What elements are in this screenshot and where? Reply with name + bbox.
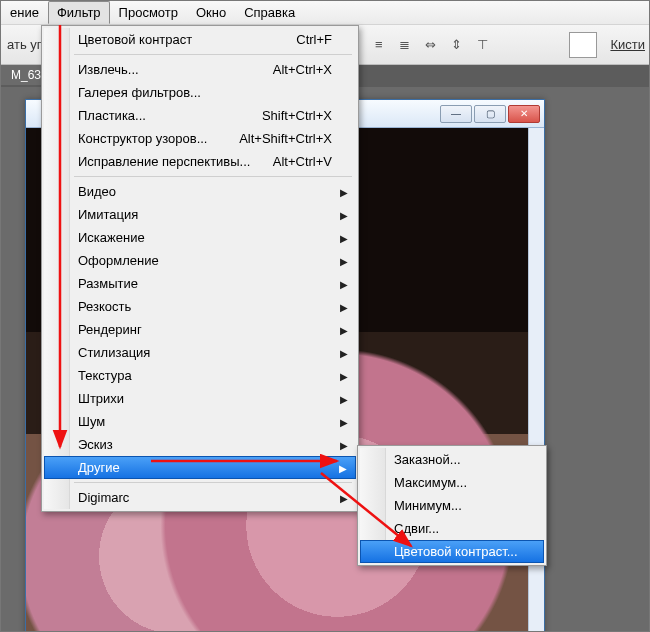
menu-item-цветовой-контраст[interactable]: Цветовой контрастCtrl+F [44,28,356,51]
menu-item-эскиз[interactable]: Эскиз▶ [44,433,356,456]
menu-item-label: Текстура [78,368,332,383]
submenu-arrow-icon: ▶ [340,255,348,266]
align-top-icon[interactable]: ⊤ [472,34,494,56]
submenu-arrow-icon: ▶ [340,347,348,358]
menu-item-label: Конструктор узоров... [78,131,219,146]
submenu-arrow-icon: ▶ [339,462,347,473]
menu-item-оформление[interactable]: Оформление▶ [44,249,356,272]
menu-item-label: Резкость [78,299,332,314]
align-right-icon[interactable]: ≣ [394,34,416,56]
menubar: ениеФильтрПросмотрОкноСправка [1,1,649,25]
submenu-arrow-icon: ▶ [340,232,348,243]
submenu-item-label: Цветовой контраст... [394,544,530,559]
filter-dropdown: Цветовой контрастCtrl+FИзвлечь...Alt+Ctr… [41,25,359,512]
submenu-item-label: Минимум... [394,498,530,513]
submenu-arrow-icon: ▶ [340,370,348,381]
menu-item-пластика-[interactable]: Пластика...Shift+Ctrl+X [44,104,356,127]
menu-item-label: Исправление перспективы... [78,154,253,169]
menu-item-извлечь-[interactable]: Извлечь...Alt+Ctrl+X [44,58,356,81]
submenu-arrow-icon: ▶ [340,301,348,312]
menu-item-видео[interactable]: Видео▶ [44,180,356,203]
distribute-h-icon[interactable]: ⇔ [420,34,442,56]
menu-item-shortcut: Alt+Ctrl+X [273,62,332,77]
submenu-arrow-icon: ▶ [340,492,348,503]
menu-item-галерея-фильтров-[interactable]: Галерея фильтров... [44,81,356,104]
menu-item-shortcut: Alt+Shift+Ctrl+X [239,131,332,146]
maximize-button[interactable]: ▢ [474,105,506,123]
minimize-button[interactable]: — [440,105,472,123]
menu-item-label: Размытие [78,276,332,291]
menu-item-текстура[interactable]: Текстура▶ [44,364,356,387]
submenu-arrow-icon: ▶ [340,209,348,220]
menu-item-конструктор-узоров-[interactable]: Конструктор узоров...Alt+Shift+Ctrl+X [44,127,356,150]
menu-item-стилизация[interactable]: Стилизация▶ [44,341,356,364]
submenu-arrow-icon: ▶ [340,278,348,289]
menu-item-shortcut: Alt+Ctrl+V [273,154,332,169]
menu-окно[interactable]: Окно [187,1,235,24]
menu-item-label: Digimarc [78,490,332,505]
toolbar-truncated-label: ать уп [7,37,44,52]
menu-item-исправление-перспективы-[interactable]: Исправление перспективы...Alt+Ctrl+V [44,150,356,173]
submenu-item-сдвиг-[interactable]: Сдвиг... [360,517,544,540]
menu-item-label: Искажение [78,230,332,245]
menu-item-другие[interactable]: Другие▶ [44,456,356,479]
close-button[interactable]: ✕ [508,105,540,123]
menu-item-label: Галерея фильтров... [78,85,332,100]
menu-separator [74,54,352,55]
menu-item-рендеринг[interactable]: Рендеринг▶ [44,318,356,341]
submenu-item-максимум-[interactable]: Максимум... [360,471,544,494]
submenu-item-label: Заказной... [394,452,530,467]
menu-ение[interactable]: ение [1,1,48,24]
menu-separator [74,482,352,483]
distribute-v-icon[interactable]: ⇕ [446,34,468,56]
menu-просмотр[interactable]: Просмотр [110,1,187,24]
submenu-item-label: Максимум... [394,475,530,490]
other-submenu: Заказной...Максимум...Минимум...Сдвиг...… [357,445,547,566]
submenu-item-заказной-[interactable]: Заказной... [360,448,544,471]
submenu-item-цветовой-контраст-[interactable]: Цветовой контраст... [360,540,544,563]
submenu-arrow-icon: ▶ [340,416,348,427]
menu-item-label: Извлечь... [78,62,253,77]
menu-фильтр[interactable]: Фильтр [48,1,110,24]
menu-item-label: Штрихи [78,391,332,406]
menu-item-label: Шум [78,414,332,429]
menu-item-искажение[interactable]: Искажение▶ [44,226,356,249]
menu-item-штрихи[interactable]: Штрихи▶ [44,387,356,410]
align-center-icon[interactable]: ≡ [368,34,390,56]
menu-item-label: Цветовой контраст [78,32,276,47]
menu-item-размытие[interactable]: Размытие▶ [44,272,356,295]
menu-item-label: Оформление [78,253,332,268]
menu-item-label: Рендеринг [78,322,332,337]
menu-item-shortcut: Shift+Ctrl+X [262,108,332,123]
menu-item-резкость[interactable]: Резкость▶ [44,295,356,318]
menu-item-label: Эскиз [78,437,332,452]
submenu-arrow-icon: ▶ [340,439,348,450]
menu-item-label: Другие [78,460,332,475]
submenu-item-минимум-[interactable]: Минимум... [360,494,544,517]
menu-справка[interactable]: Справка [235,1,304,24]
menu-item-шум[interactable]: Шум▶ [44,410,356,433]
submenu-arrow-icon: ▶ [340,324,348,335]
submenu-item-label: Сдвиг... [394,521,530,536]
submenu-arrow-icon: ▶ [340,186,348,197]
menu-item-label: Имитация [78,207,332,222]
tool-preview-box[interactable] [569,32,597,58]
menu-item-label: Стилизация [78,345,332,360]
brushes-label[interactable]: Кисти [610,37,645,52]
menu-separator [74,176,352,177]
submenu-arrow-icon: ▶ [340,393,348,404]
menu-item-label: Видео [78,184,332,199]
menu-item-shortcut: Ctrl+F [296,32,332,47]
menu-item-label: Пластика... [78,108,242,123]
menu-item-digimarc[interactable]: Digimarc▶ [44,486,356,509]
menu-item-имитация[interactable]: Имитация▶ [44,203,356,226]
